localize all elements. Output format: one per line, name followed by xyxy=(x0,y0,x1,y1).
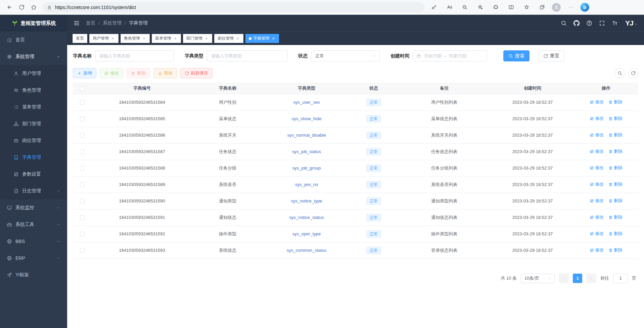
add-favorite-icon[interactable] xyxy=(474,2,486,13)
row-edit-button[interactable]: 修改 xyxy=(590,231,604,237)
sidebar-item-system-tools[interactable]: 系统工具 xyxy=(0,216,67,233)
dict-type-link[interactable]: sys_common_status xyxy=(287,248,327,253)
tab-role[interactable]: 角色管理× xyxy=(121,34,150,43)
extensions-icon[interactable] xyxy=(490,2,502,13)
dict-name-input[interactable] xyxy=(95,50,174,61)
sidebar-item-bbs[interactable]: BBS xyxy=(0,233,67,250)
next-page-button[interactable] xyxy=(586,274,596,283)
refresh-table-button[interactable] xyxy=(628,68,638,78)
status-select[interactable]: 正常 xyxy=(311,50,380,61)
tab-post[interactable]: 岗位管理× xyxy=(214,34,243,43)
row-checkbox[interactable] xyxy=(80,199,85,203)
dict-type-link[interactable]: sys_job_status xyxy=(292,149,321,154)
sidebar-item-dict-management[interactable]: 字典管理 xyxy=(0,149,67,166)
dict-type-link[interactable]: sys_job_group xyxy=(292,166,321,171)
tab-dept[interactable]: 部门管理× xyxy=(183,34,212,43)
row-edit-button[interactable]: 修改 xyxy=(590,247,604,253)
tab-close-icon[interactable]: × xyxy=(173,36,178,41)
dict-type-link[interactable]: sys_notice_type xyxy=(291,198,322,203)
sidebar-item-role-management[interactable]: 角色管理 xyxy=(0,82,67,99)
sidebar-item-erp[interactable]: ERP xyxy=(0,250,67,267)
row-delete-button[interactable]: 删除 xyxy=(608,181,623,187)
sidebar-item-log-management[interactable]: 日志管理 xyxy=(0,183,67,199)
row-delete-button[interactable]: 删除 xyxy=(608,148,623,154)
sidebar-item-home[interactable]: 首页 xyxy=(0,32,67,48)
hamburger-icon[interactable] xyxy=(73,20,80,27)
fullscreen-icon[interactable] xyxy=(599,20,605,26)
home-button[interactable] xyxy=(28,2,40,13)
tab-close-icon[interactable]: × xyxy=(235,36,240,41)
row-edit-button[interactable]: 修改 xyxy=(590,99,604,105)
export-button[interactable]: 导出 xyxy=(153,68,177,78)
collections-icon[interactable] xyxy=(536,2,548,13)
dict-type-link[interactable]: sys_oper_type xyxy=(292,231,321,236)
goto-page-input[interactable] xyxy=(613,274,628,283)
select-all-checkbox[interactable] xyxy=(80,86,85,91)
row-delete-button[interactable]: 删除 xyxy=(608,165,623,171)
read-aloud-icon[interactable] xyxy=(443,2,455,13)
tab-menu[interactable]: 菜单管理× xyxy=(152,34,181,43)
row-delete-button[interactable]: 删除 xyxy=(608,132,623,138)
dict-type-link[interactable]: sys_yes_no xyxy=(295,182,318,187)
profile-avatar[interactable] xyxy=(552,3,561,12)
prev-page-button[interactable] xyxy=(559,274,569,283)
row-delete-button[interactable]: 删除 xyxy=(608,198,623,204)
row-edit-button[interactable]: 修改 xyxy=(590,148,604,154)
toggle-search-button[interactable] xyxy=(615,68,625,78)
breadcrumb-home[interactable]: 首页 xyxy=(86,20,95,26)
tab-user[interactable]: 用户管理× xyxy=(89,34,119,43)
row-checkbox[interactable] xyxy=(80,248,85,253)
add-button[interactable]: 新增 xyxy=(73,68,96,78)
dict-type-link[interactable]: sys_notice_status xyxy=(289,215,324,220)
breadcrumb-system[interactable]: 系统管理 xyxy=(103,20,122,26)
row-checkbox[interactable] xyxy=(80,133,85,138)
dict-type-link[interactable]: sys_normal_disable xyxy=(287,133,326,138)
tab-close-icon[interactable]: × xyxy=(142,36,146,41)
dict-type-link[interactable]: sys_user_sex xyxy=(293,100,320,105)
sidebar-item-dept-management[interactable]: 部门管理 xyxy=(0,115,67,132)
row-edit-button[interactable]: 修改 xyxy=(590,165,604,171)
dict-type-input[interactable] xyxy=(207,50,287,61)
row-checkbox[interactable] xyxy=(80,182,85,187)
row-delete-button[interactable]: 删除 xyxy=(608,247,623,253)
delete-button[interactable]: 删除 xyxy=(127,68,150,78)
sidebar-item-menu-management[interactable]: 菜单管理 xyxy=(0,99,67,115)
bing-copilot-icon[interactable]: b xyxy=(580,3,589,12)
row-checkbox[interactable] xyxy=(80,116,85,121)
password-key-icon[interactable] xyxy=(428,2,440,13)
date-range-picker[interactable]: 开始日期 - 结束日期 xyxy=(413,50,487,61)
row-checkbox[interactable] xyxy=(80,100,85,105)
row-checkbox[interactable] xyxy=(80,166,85,171)
github-icon[interactable] xyxy=(573,20,580,26)
current-page-button[interactable]: 1 xyxy=(573,274,582,283)
tab-home[interactable]: 首页 xyxy=(73,34,87,43)
sidebar-item-param-settings[interactable]: 参数设置 xyxy=(0,166,67,183)
page-size-select[interactable]: 10条/页 xyxy=(521,274,555,283)
yj-logo[interactable]: YJ xyxy=(625,19,638,27)
address-bar[interactable]: https://ccnetcore.com:1101/system/dict xyxy=(42,2,424,12)
row-edit-button[interactable]: 修改 xyxy=(590,181,604,187)
row-delete-button[interactable]: 删除 xyxy=(608,99,623,105)
row-checkbox[interactable] xyxy=(80,232,85,236)
tab-close-icon[interactable]: × xyxy=(110,36,115,41)
refresh-button[interactable] xyxy=(15,2,28,13)
row-checkbox[interactable] xyxy=(80,215,85,220)
split-screen-icon[interactable] xyxy=(505,2,517,13)
row-edit-button[interactable]: 修改 xyxy=(590,132,604,138)
row-edit-button[interactable]: 修改 xyxy=(590,115,604,122)
row-edit-button[interactable]: 修改 xyxy=(590,214,604,220)
search-button[interactable]: 搜索 xyxy=(503,50,530,61)
tab-close-icon[interactable]: × xyxy=(204,36,209,41)
sidebar-item-system-monitor[interactable]: 系统监控 xyxy=(0,199,67,216)
tab-close-icon[interactable]: × xyxy=(271,36,276,41)
row-delete-button[interactable]: 删除 xyxy=(608,214,623,220)
font-size-icon[interactable] xyxy=(612,20,618,26)
browser-menu-button[interactable] xyxy=(565,2,577,13)
reset-button[interactable]: 重置 xyxy=(538,50,564,61)
row-delete-button[interactable]: 删除 xyxy=(608,231,623,237)
search-icon[interactable] xyxy=(561,20,567,26)
row-checkbox[interactable] xyxy=(80,149,85,154)
dict-type-link[interactable]: sys_show_hide xyxy=(292,116,322,121)
zoom-icon[interactable] xyxy=(459,2,471,13)
tab-dict[interactable]: 字典管理× xyxy=(245,34,279,43)
